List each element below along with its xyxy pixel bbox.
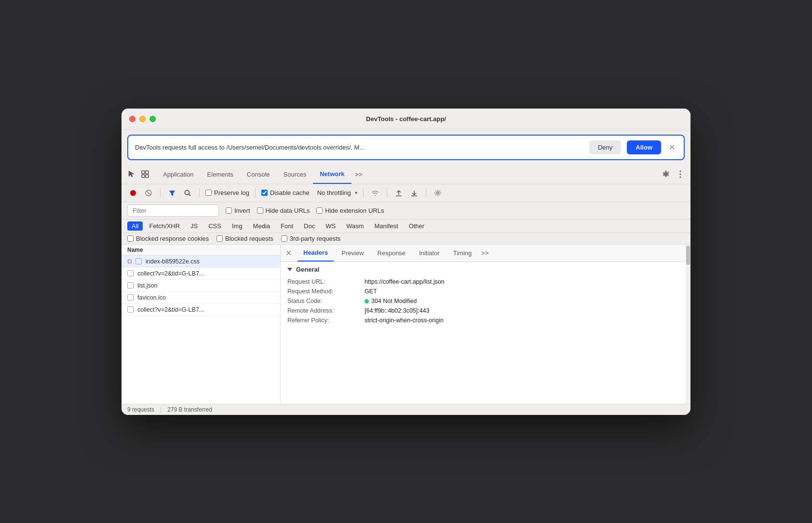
wifi-icon[interactable] (369, 187, 381, 199)
tab-elements[interactable]: Elements (201, 165, 240, 184)
general-row: Request URL:https://coffee-cart.app/list… (287, 277, 679, 287)
inspect-icon[interactable] (140, 169, 150, 179)
upload-icon[interactable] (393, 187, 405, 199)
invert-input[interactable] (226, 207, 232, 214)
allow-button[interactable]: Allow (627, 140, 661, 154)
headers-tab-preview[interactable]: Preview (336, 245, 369, 262)
type-filter-doc[interactable]: Doc (299, 221, 319, 231)
request-count: 9 requests (127, 406, 154, 413)
blocked-requests-input[interactable] (217, 235, 223, 242)
filter-icon[interactable] (166, 187, 178, 199)
network-toolbar: Preserve log Disable cache No throttling… (122, 184, 690, 202)
settings-icon[interactable] (661, 169, 671, 179)
download-icon[interactable] (408, 187, 420, 199)
preserve-log-input[interactable] (205, 190, 212, 196)
file-checkbox[interactable] (127, 294, 134, 301)
status-bar: 9 requests | 279 B transferred (122, 404, 690, 415)
type-filter-media[interactable]: Media (249, 221, 274, 231)
disable-cache-input[interactable] (261, 190, 268, 196)
collapse-icon[interactable] (287, 268, 292, 271)
file-checkbox[interactable] (135, 258, 142, 264)
headers-tab-timing[interactable]: Timing (447, 245, 478, 262)
more-tabs-button[interactable]: >> (352, 171, 366, 178)
svg-line-12 (189, 194, 191, 196)
headers-tab-headers[interactable]: Headers (298, 245, 334, 262)
type-filter-font[interactable]: Font (276, 221, 298, 231)
type-filter-other[interactable]: Other (405, 221, 429, 231)
file-item[interactable]: collect?v=2&tid=G-LB7... (122, 304, 280, 316)
filter-input[interactable] (127, 205, 219, 217)
toolbar-divider3 (255, 188, 256, 198)
third-party-checkbox[interactable]: 3rd-party requests (281, 235, 341, 242)
blocked-row: Blocked response cookies Blocked request… (122, 233, 690, 245)
dismiss-permission-button[interactable]: ✕ (667, 142, 677, 153)
general-row: Request Method:GET (287, 287, 679, 296)
file-checkbox[interactable] (127, 306, 134, 313)
headers-more-button[interactable]: >> (481, 249, 488, 257)
tab-console[interactable]: Console (240, 165, 277, 184)
file-item[interactable]: ◻index-b859522e.css (122, 256, 280, 268)
file-checkbox[interactable] (127, 270, 134, 276)
svg-point-11 (185, 190, 189, 194)
css-file-icon: ◻ (127, 258, 132, 264)
third-party-input[interactable] (281, 235, 287, 242)
network-settings-icon[interactable] (432, 187, 444, 199)
type-filter-js[interactable]: JS (186, 221, 202, 231)
type-filter-manifest[interactable]: Manifest (370, 221, 402, 231)
type-filter-css[interactable]: CSS (204, 221, 226, 231)
headers-tab-initiator[interactable]: Initiator (413, 245, 446, 262)
more-options-icon[interactable] (675, 169, 686, 179)
deny-button[interactable]: Deny (589, 140, 621, 154)
general-value: GET (365, 288, 679, 295)
hide-extension-urls-input[interactable] (316, 207, 323, 214)
general-row: Referrer Policy:strict-origin-when-cross… (287, 316, 679, 325)
close-panel-button[interactable]: ✕ (285, 248, 292, 258)
svg-point-17 (436, 192, 439, 194)
svg-rect-1 (146, 171, 149, 174)
file-item[interactable]: collect?v=2&tid=G-LB7... (122, 268, 280, 280)
record-button[interactable] (127, 187, 139, 199)
svg-marker-10 (169, 191, 175, 196)
blocked-response-cookies-input[interactable] (127, 235, 134, 242)
permission-text: DevTools requests full access to /Users/… (135, 144, 583, 151)
nav-tabs: Application Elements Console Sources Net… (156, 165, 661, 184)
window-title: DevTools - coffee-cart.app/ (366, 115, 446, 123)
main-content: Name ◻index-b859522e.csscollect?v=2&tid=… (122, 245, 690, 404)
blocked-response-cookies-checkbox[interactable]: Blocked response cookies (127, 235, 209, 242)
minimize-button[interactable] (139, 116, 146, 122)
file-name: index-b859522e.css (146, 258, 274, 265)
throttle-chevron-icon[interactable]: ▾ (355, 190, 357, 195)
type-filter-wasm[interactable]: Wasm (342, 221, 368, 231)
type-filter-row: AllFetch/XHRJSCSSImgMediaFontDocWSWasmMa… (122, 220, 690, 233)
file-item[interactable]: favicon.ico (122, 292, 280, 304)
type-filter-all[interactable]: All (127, 221, 143, 231)
hide-data-urls-input[interactable] (257, 207, 263, 214)
file-item[interactable]: list.json (122, 280, 280, 292)
file-name: collect?v=2&tid=G-LB7... (137, 270, 274, 277)
type-filter-ws[interactable]: WS (321, 221, 340, 231)
disable-cache-checkbox[interactable]: Disable cache (261, 189, 310, 196)
invert-checkbox[interactable]: Invert (226, 207, 250, 214)
type-filter-img[interactable]: Img (228, 221, 247, 231)
blocked-requests-checkbox[interactable]: Blocked requests (217, 235, 273, 242)
search-icon[interactable] (182, 187, 193, 199)
headers-tabs: ✕ HeadersPreviewResponseInitiatorTiming>… (281, 245, 686, 262)
devtools-nav: Application Elements Console Sources Net… (122, 165, 690, 184)
hide-extension-urls-checkbox[interactable]: Hide extension URLs (316, 207, 384, 214)
tab-sources[interactable]: Sources (277, 165, 313, 184)
cursor-icon[interactable] (126, 169, 137, 179)
maximize-button[interactable] (149, 116, 156, 122)
hide-data-urls-checkbox[interactable]: Hide data URLs (257, 207, 310, 214)
close-button[interactable] (129, 116, 135, 122)
toolbar-divider2 (199, 188, 200, 198)
file-checkbox[interactable] (127, 282, 134, 289)
tab-application[interactable]: Application (156, 165, 201, 184)
clear-button[interactable] (143, 187, 154, 199)
headers-tab-response[interactable]: Response (372, 245, 412, 262)
type-filter-fetch/xhr[interactable]: Fetch/XHR (145, 221, 184, 231)
svg-point-6 (680, 177, 681, 178)
general-value: https://coffee-cart.app/list.json (365, 278, 679, 285)
tab-network[interactable]: Network (313, 165, 351, 184)
general-row: Remote Address:[64:ff9b::4b02:3c05]:443 (287, 306, 679, 316)
preserve-log-checkbox[interactable]: Preserve log (205, 189, 249, 196)
